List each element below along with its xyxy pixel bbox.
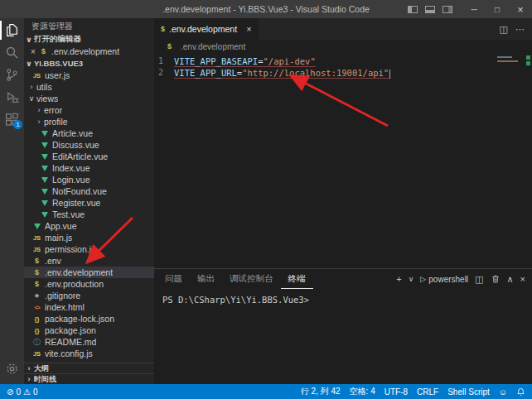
search-icon[interactable] xyxy=(0,41,24,64)
kill-terminal-icon[interactable] xyxy=(491,274,501,284)
tree-folder-error[interactable]: ›error xyxy=(24,104,154,116)
settings-gear-icon[interactable] xyxy=(0,358,24,380)
line-number: 2 xyxy=(154,67,169,79)
tree-item-discuss-vue[interactable]: Discuss.vue xyxy=(24,139,154,151)
run-debug-icon[interactable] xyxy=(0,86,24,108)
shell-selector[interactable]: ▷ powershell xyxy=(420,275,468,284)
chevron-down-icon: ∨ xyxy=(24,36,34,44)
tree-item-app-vue[interactable]: App.vue xyxy=(24,220,154,232)
split-editor-icon[interactable]: ◫ xyxy=(500,24,508,35)
tab-terminal[interactable]: 终端 xyxy=(281,269,313,289)
problems-status[interactable]: ⊘ 0 ⚠ 0 xyxy=(7,387,37,397)
panel-header: 问题 输出 调试控制台 终端 + ∨ ▷ powershell ◫ xyxy=(154,269,532,289)
customize-layout-icon[interactable] xyxy=(443,6,452,13)
more-actions-icon[interactable]: ⋯ xyxy=(515,24,525,35)
close-panel-icon[interactable]: × xyxy=(520,274,525,284)
tree-item-article-vue[interactable]: Article.vue xyxy=(24,127,154,139)
tree-item-login-vue[interactable]: Login.vue xyxy=(24,174,154,185)
editor-region: $ .env.development × ◫ ⋯ $ .env.developm… xyxy=(154,18,532,384)
sidebar-title: 资源管理器 xyxy=(24,18,154,33)
vue-icon xyxy=(39,177,50,183)
open-editors-header[interactable]: ∨ 打开的编辑器 xyxy=(24,33,154,46)
extensions-icon[interactable]: 1 xyxy=(0,108,24,131)
sidebar-bottom-sections: › 大纲 › 时间线 xyxy=(24,363,154,384)
notifications-bell-icon[interactable] xyxy=(516,387,525,397)
tree-folder-profile[interactable]: ›profile xyxy=(24,116,154,127)
source-control-icon[interactable] xyxy=(0,64,24,86)
close-button[interactable]: × xyxy=(509,0,532,18)
tree-item-package-lock-json[interactable]: {}package-lock.json xyxy=(24,313,154,324)
vscode-window: .env.development - Yi.BBS.Vue3 - Visual … xyxy=(0,0,532,399)
chevron-right-icon: › xyxy=(24,364,34,373)
tree-item-vite-config-js[interactable]: JSvite.config.js xyxy=(24,348,154,359)
code-text[interactable]: VITE_APP_BASEAPI="/api-dev" xyxy=(174,55,316,67)
js-icon: JS xyxy=(31,234,42,242)
tree-item-test-vue[interactable]: Test.vue xyxy=(24,209,154,220)
terminal-dropdown-icon[interactable]: ∨ xyxy=(409,275,414,283)
tab-env-development[interactable]: $ .env.development × xyxy=(154,18,259,40)
vue-icon xyxy=(39,142,50,148)
tree-item-index-html[interactable]: <>index.html xyxy=(24,301,154,313)
language-mode[interactable]: Shell Script xyxy=(447,387,490,397)
editor-tab-bar: $ .env.development × ◫ ⋯ xyxy=(154,18,532,40)
cursor-position[interactable]: 行 2, 列 42 xyxy=(301,386,341,397)
layout-controls xyxy=(408,6,452,13)
explorer-icon[interactable] xyxy=(0,19,24,41)
tree-folder-views[interactable]: ∨views xyxy=(24,93,154,104)
chevron-down-icon: ∨ xyxy=(24,60,34,68)
code-line-1: 1 VITE_APP_BASEAPI="/api-dev" xyxy=(154,55,532,67)
eol-sequence[interactable]: CRLF xyxy=(417,387,438,397)
env-file-icon: $ xyxy=(164,42,175,50)
project-root-header[interactable]: ∨ YI.BBS.VUE3 xyxy=(24,57,154,70)
tree-item-editarticle-vue[interactable]: EditArticle.vue xyxy=(24,151,154,162)
tree-item-package-json[interactable]: {}package.json xyxy=(24,324,154,336)
maximize-button[interactable]: □ xyxy=(486,0,509,18)
tab-close-icon[interactable]: × xyxy=(246,24,251,34)
vue-icon xyxy=(39,189,50,195)
tree-item-readme-md[interactable]: ⓘREADME.md xyxy=(24,336,154,348)
toggle-sidebar-icon[interactable] xyxy=(408,6,418,13)
explorer-sidebar: 资源管理器 ∨ 打开的编辑器 × $ .env.development ∨ YI… xyxy=(24,18,154,384)
close-icon[interactable]: × xyxy=(28,47,38,56)
tree-item-index-vue[interactable]: Index.vue xyxy=(24,162,154,174)
tree-item-register-vue[interactable]: Register.vue xyxy=(24,197,154,209)
tree-item-main-js[interactable]: JSmain.js xyxy=(24,232,154,243)
tree-item-permission-js[interactable]: JSpermission.js xyxy=(24,243,154,255)
window-controls: ─ □ × xyxy=(462,0,532,18)
tab-output[interactable]: 输出 xyxy=(190,269,222,289)
tab-debug-console[interactable]: 调试控制台 xyxy=(222,269,281,289)
open-editor-item-env-development[interactable]: × $ .env.development xyxy=(24,46,154,57)
encoding[interactable]: UTF-8 xyxy=(384,387,408,397)
feedback-smiley-icon[interactable]: ☺ xyxy=(499,387,507,397)
terminal-output[interactable]: PS D:\CSharp\Yi\Yi.BBS.Vue3> xyxy=(154,289,532,384)
timeline-section-header[interactable]: › 时间线 xyxy=(24,373,154,384)
code-text[interactable]: VITE_APP_URL="http://localhost:19001/api… xyxy=(174,67,390,79)
tab-problems[interactable]: 问题 xyxy=(157,269,190,289)
tree-item-gitignore[interactable]: ◆.gitignore xyxy=(24,290,154,301)
tree-item-env[interactable]: $.env xyxy=(24,255,154,267)
toggle-panel-icon[interactable] xyxy=(425,6,435,13)
js-icon: JS xyxy=(31,72,42,79)
chevron-right-icon: › xyxy=(27,83,36,91)
title-bar: .env.development - Yi.BBS.Vue3 - Visual … xyxy=(0,0,532,18)
error-icon: ⊘ xyxy=(7,387,13,397)
breadcrumb[interactable]: $ .env.development xyxy=(154,40,532,53)
chevron-right-icon: › xyxy=(34,106,44,114)
new-terminal-icon[interactable]: + xyxy=(396,274,401,284)
env-file-icon: $ xyxy=(38,47,49,55)
split-terminal-icon[interactable]: ◫ xyxy=(475,274,483,285)
env-file-icon: $ xyxy=(31,280,42,288)
tree-item-user-js[interactable]: JSuser.js xyxy=(24,70,154,81)
json-icon: {} xyxy=(31,327,42,334)
tree-item-env-development[interactable]: $.env.development xyxy=(24,267,154,278)
tree-item-notfound-vue[interactable]: NotFound.vue xyxy=(24,185,154,197)
text-cursor xyxy=(389,70,390,79)
code-editor[interactable]: 1 VITE_APP_BASEAPI="/api-dev" 2 VITE_APP… xyxy=(154,53,532,268)
minimize-button[interactable]: ─ xyxy=(462,0,486,18)
tree-item-env-production[interactable]: $.env.production xyxy=(24,278,154,290)
tree-folder-utils[interactable]: ›utils xyxy=(24,81,154,93)
outline-section-header[interactable]: › 大纲 xyxy=(24,363,154,373)
indentation[interactable]: 空格: 4 xyxy=(350,386,375,397)
maximize-panel-icon[interactable]: ∧ xyxy=(507,274,514,285)
extensions-badge: 1 xyxy=(13,120,22,129)
